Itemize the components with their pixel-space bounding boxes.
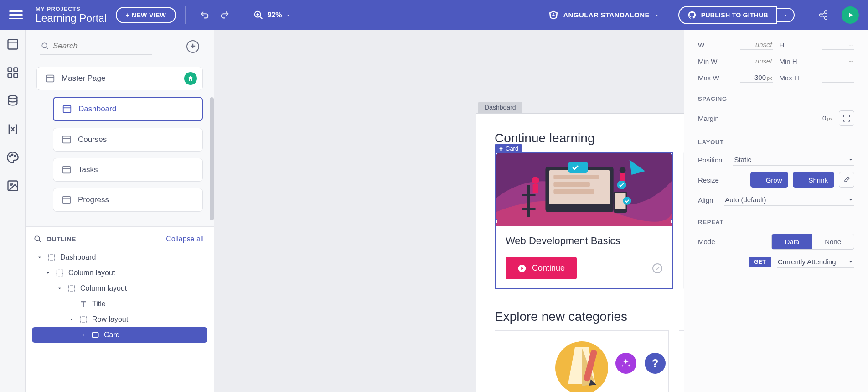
view-dashboard[interactable]: Dashboard [53, 97, 203, 121]
position-select[interactable]: Static [733, 154, 854, 166]
course-title: Web Development Basics [506, 235, 662, 247]
window-icon [62, 195, 72, 205]
continue-button[interactable]: Continue [506, 257, 577, 279]
maxh-value[interactable]: -- [822, 73, 854, 83]
w-value[interactable]: unset [740, 40, 773, 50]
outline-tree: Dashboard Column layout Column layout Ti… [32, 250, 207, 343]
svg-point-14 [10, 183, 12, 185]
help-fab[interactable]: ? [645, 353, 666, 374]
expand-margin-button[interactable] [839, 110, 854, 126]
zoom-icon [253, 10, 264, 20]
view-tasks[interactable]: Tasks [53, 158, 203, 182]
search-icon[interactable] [34, 235, 42, 243]
components-icon[interactable] [6, 66, 19, 79]
svg-rect-20 [63, 197, 71, 204]
collapse-all-link[interactable]: Collapse all [166, 235, 204, 243]
outline-panel: OUTLINE Collapse all Dashboard Column la… [26, 226, 214, 392]
framework-selector[interactable]: ANGULAR STANDALONE [548, 10, 659, 20]
chevron-down-icon [285, 12, 291, 18]
tree-col-layout-2[interactable]: Column layout [32, 281, 207, 296]
svg-rect-31 [553, 182, 590, 187]
minh-label: Min H [779, 57, 797, 65]
tree-card[interactable]: Card [32, 327, 207, 343]
svg-point-3 [825, 16, 827, 19]
maxw-value[interactable]: 300px [740, 73, 773, 83]
properties-panel: Wunset H-- Min Wunset Min H-- Max W300px… [684, 30, 868, 392]
add-view-button[interactable]: + [186, 40, 199, 53]
top-bar: MY PROJECTS Learning Portal + NEW VIEW 9… [0, 0, 868, 30]
h-value[interactable]: -- [822, 40, 854, 50]
w-label: W [698, 41, 704, 49]
chevron-right-icon [80, 332, 87, 338]
shrink-button[interactable]: Shrink [793, 172, 834, 188]
grow-button[interactable]: Grow [750, 172, 789, 188]
data-icon[interactable] [6, 94, 19, 107]
preview-button[interactable] [842, 6, 859, 24]
theme-icon[interactable] [6, 151, 19, 164]
canvas-tab[interactable]: Dashboard [478, 102, 522, 113]
layout-icon [56, 269, 64, 277]
canvas-preview: Card Continue learning [476, 113, 684, 392]
margin-value[interactable]: 0px [801, 113, 833, 123]
share-icon[interactable] [817, 9, 830, 21]
course-card-1[interactable]: Web Development Basics Continue [495, 152, 673, 289]
ai-fab[interactable] [615, 353, 636, 374]
svg-point-12 [14, 155, 16, 157]
search-input[interactable] [40, 38, 152, 55]
datasource-select[interactable]: Currently Attending [777, 256, 854, 268]
views-icon[interactable] [6, 38, 19, 51]
course-image [496, 153, 672, 226]
category-card-2[interactable] [679, 330, 684, 392]
layout-icon [67, 284, 76, 293]
repeat-section: REPEAT [698, 219, 854, 225]
tree-col-layout-1[interactable]: Column layout [32, 265, 207, 281]
design-canvas[interactable]: Dashboard Card Continue learning [214, 30, 684, 392]
course-card-2[interactable]: Native Cross-platform Apps Continue [683, 152, 684, 289]
zoom-control[interactable]: 92% [253, 10, 291, 20]
menu-icon[interactable] [9, 8, 23, 22]
align-select[interactable]: Auto (default) [724, 194, 854, 206]
svg-rect-33 [568, 162, 588, 173]
chevron-down-icon [848, 157, 853, 162]
chevron-down-icon [57, 285, 63, 292]
view-courses[interactable]: Courses [53, 128, 203, 152]
tree-dashboard[interactable]: Dashboard [32, 250, 207, 265]
minw-value[interactable]: unset [740, 56, 773, 66]
assets-icon[interactable] [6, 179, 19, 192]
complete-icon [652, 263, 662, 273]
project-title: Learning Portal [36, 12, 107, 25]
svg-rect-16 [46, 75, 54, 82]
window-icon [62, 104, 72, 114]
text-icon [79, 300, 88, 308]
svg-rect-22 [48, 254, 55, 261]
mode-none[interactable]: None [812, 234, 854, 249]
position-label: Position [698, 156, 722, 164]
view-progress[interactable]: Progress [53, 188, 203, 212]
chevron-down-icon [654, 12, 660, 18]
scrollbar-thumb[interactable] [210, 97, 214, 220]
svg-rect-26 [92, 333, 98, 338]
edit-resize-button[interactable] [839, 172, 854, 188]
tree-row-layout[interactable]: Row layout [32, 312, 207, 327]
undo-icon[interactable] [198, 9, 211, 21]
svg-point-37 [623, 197, 631, 205]
svg-point-43 [620, 167, 626, 173]
minw-label: Min W [698, 57, 718, 65]
new-view-button[interactable]: + NEW VIEW [116, 7, 176, 23]
window-icon [45, 73, 55, 84]
view-master-page[interactable]: Master Page [36, 67, 203, 90]
svg-rect-32 [553, 189, 594, 194]
publish-dropdown[interactable] [777, 8, 795, 22]
mode-data[interactable]: Data [772, 234, 812, 249]
publish-button[interactable]: PUBLISH TO GITHUB [678, 6, 777, 24]
home-badge-icon [184, 72, 197, 85]
minh-value[interactable]: -- [822, 56, 854, 66]
chevron-down-icon [36, 254, 43, 261]
svg-point-15 [42, 43, 47, 48]
chevron-down-icon [783, 12, 788, 18]
redo-icon[interactable] [218, 9, 231, 21]
variables-icon[interactable] [6, 123, 19, 136]
tree-title[interactable]: Title [32, 296, 207, 312]
maxw-label: Max W [698, 74, 719, 82]
svg-rect-18 [63, 136, 71, 143]
